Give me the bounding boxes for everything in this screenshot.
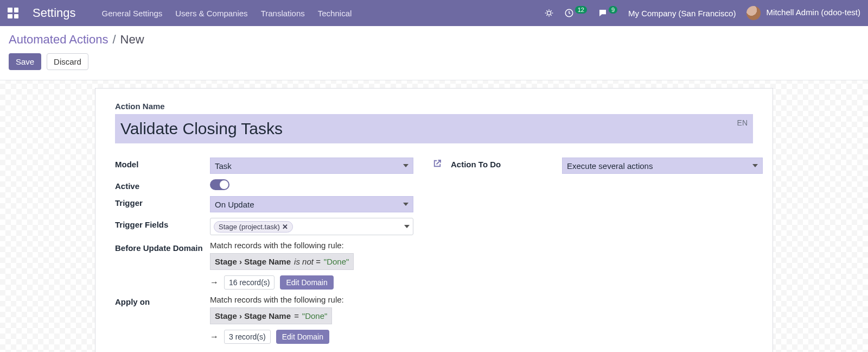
top-navbar: Settings General Settings Users & Compan… [0, 0, 868, 26]
trigger-value: On Update [215, 200, 254, 209]
control-bar: Automated Actions / New Save Discard [0, 26, 868, 80]
apply-on-domain-block: Match records with the following rule: S… [210, 295, 451, 344]
navbar-right: 12 9 My Company (San Francisco) Mitchell… [545, 6, 860, 20]
chevron-down-icon [752, 164, 758, 167]
edit-domain-button[interactable]: Edit Domain [280, 275, 333, 290]
apply-records-count[interactable]: 3 record(s) [224, 330, 271, 344]
breadcrumb-current: New [120, 33, 144, 47]
action-to-do-select[interactable]: Execute several actions [562, 158, 763, 174]
messages-badge: 9 [609, 6, 617, 14]
action-name-label: Action Name [115, 102, 753, 111]
domain-path: Stage › Stage Name [215, 257, 291, 266]
nav-users-companies[interactable]: Users & Companies [175, 9, 247, 18]
domain-operator: is not = [294, 257, 321, 266]
arrow-right-icon[interactable]: → [210, 332, 219, 342]
domain-operator: = [294, 311, 299, 320]
navbar-menu: General Settings Users & Companies Trans… [102, 9, 352, 18]
before-records-count[interactable]: 16 record(s) [224, 275, 275, 290]
domain-value: "Done" [324, 257, 349, 266]
match-rule-text: Match records with the following rule: [210, 295, 451, 304]
trigger-label: Trigger [115, 196, 210, 208]
user-menu[interactable]: Mitchell Admin (odoo-test) [746, 6, 860, 20]
tag-remove-icon[interactable]: ✕ [282, 223, 288, 231]
activity-badge: 12 [575, 6, 587, 14]
model-select[interactable]: Task [210, 158, 413, 174]
discard-button[interactable]: Discard [47, 53, 88, 70]
action-to-do-value: Execute several actions [567, 161, 653, 171]
trigger-fields-label: Trigger Fields [115, 218, 210, 229]
model-value: Task [215, 161, 232, 171]
trigger-fields-input[interactable]: Stage (project.task) ✕ [210, 218, 413, 235]
before-domain-chip: Stage › Stage Name is not = "Done" [210, 253, 354, 270]
arrow-right-icon[interactable]: → [210, 278, 219, 287]
debug-icon[interactable] [545, 9, 553, 17]
model-label: Model [115, 158, 210, 169]
domain-path: Stage › Stage Name [215, 311, 291, 320]
apply-on-label: Apply on [115, 295, 210, 306]
company-selector[interactable]: My Company (San Francisco) [628, 9, 736, 18]
translate-badge[interactable]: EN [737, 118, 748, 127]
action-to-do-label: Action To Do [451, 158, 538, 169]
breadcrumb-root[interactable]: Automated Actions [9, 33, 108, 47]
app-title: Settings [33, 6, 76, 20]
tag-text: Stage (project.task) [219, 223, 280, 231]
breadcrumb-separator: / [112, 33, 116, 47]
match-rule-text: Match records with the following rule: [210, 241, 451, 250]
model-external-link-icon[interactable] [427, 158, 451, 171]
chevron-down-icon [403, 164, 409, 167]
domain-value: "Done" [302, 311, 328, 320]
form-sheet: Action Name EN Model Task Action To Do E… [95, 88, 773, 352]
save-button[interactable]: Save [9, 53, 41, 70]
chevron-down-icon [404, 225, 410, 228]
edit-domain-button[interactable]: Edit Domain [276, 330, 329, 344]
sheet-header: Action Name EN [115, 102, 753, 143]
nav-translations[interactable]: Translations [261, 9, 305, 18]
action-name-input[interactable] [115, 114, 753, 143]
before-update-domain-label: Before Update Domain [115, 241, 210, 254]
apply-domain-chip: Stage › Stage Name = "Done" [210, 307, 332, 324]
nav-general-settings[interactable]: General Settings [102, 9, 163, 18]
svg-point-0 [547, 11, 551, 15]
chevron-down-icon [403, 203, 409, 206]
app-switcher-icon[interactable] [8, 8, 18, 18]
trigger-select[interactable]: On Update [210, 196, 413, 212]
user-name: Mitchell Admin (odoo-test) [767, 8, 860, 17]
active-toggle[interactable] [210, 179, 229, 190]
avatar [746, 6, 761, 20]
active-label: Active [115, 179, 210, 191]
before-update-domain-block: Match records with the following rule: S… [210, 241, 451, 290]
trigger-field-tag: Stage (project.task) ✕ [214, 221, 293, 232]
nav-technical[interactable]: Technical [318, 9, 352, 18]
messages-icon[interactable]: 9 [598, 8, 617, 18]
activity-icon[interactable]: 12 [564, 8, 587, 18]
breadcrumb: Automated Actions / New [9, 33, 859, 47]
